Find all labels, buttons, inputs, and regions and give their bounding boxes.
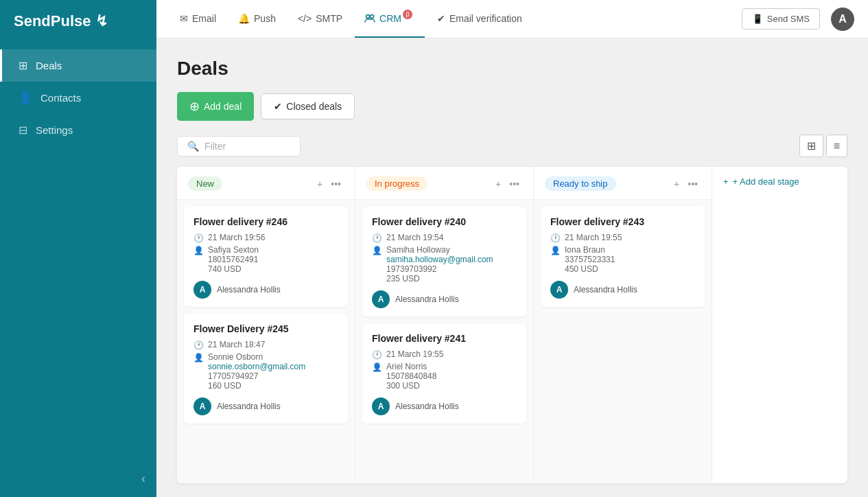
- person-icon: 👤: [550, 246, 561, 255]
- closed-deals-button[interactable]: ✔ Closed deals: [261, 93, 355, 119]
- sidebar: SendPulse ↯ ⊞ Deals 👤 Contacts ⊟ Setting…: [0, 0, 156, 497]
- more-options-ready-button[interactable]: •••: [685, 177, 701, 191]
- sidebar-item-label: Contacts: [40, 92, 81, 104]
- search-icon: 🔍: [187, 141, 199, 152]
- deal-card-246[interactable]: Flower delivery #246 🕐 21 March 19:56 👤 …: [184, 207, 348, 307]
- assignee-name: Alessandra Hollis: [574, 285, 637, 294]
- list-view-button[interactable]: ≡: [826, 135, 847, 157]
- deal-meta: 🕐 21 March 19:55 👤 Ariel Norris 15078840…: [372, 349, 517, 391]
- push-nav-icon: 🔔: [238, 13, 250, 24]
- nav-push[interactable]: 🔔 Push: [228, 0, 285, 38]
- clock-icon: 🕐: [372, 350, 382, 360]
- sidebar-item-deals[interactable]: ⊞ Deals: [0, 49, 156, 82]
- deal-title: Flower delivery #241: [372, 333, 517, 344]
- deal-footer: A Alessandra Hollis: [193, 281, 338, 299]
- column-new-cards: Flower delivery #246 🕐 21 March 19:56 👤 …: [177, 200, 355, 483]
- page-title: Deals: [177, 58, 847, 80]
- column-ready-cards: Flower delivery #243 🕐 21 March 19:55 👤 …: [534, 200, 712, 483]
- svg-point-1: [371, 15, 374, 19]
- page-content: Deals ⊕ Add deal ✔ Closed deals 🔍 Filter…: [156, 38, 868, 497]
- svg-point-0: [366, 15, 370, 19]
- deal-meta: 🕐 21 March 18:47 👤 Sonnie Osborn sonnie.…: [193, 340, 338, 391]
- person-icon: 👤: [193, 353, 204, 362]
- clock-icon: 🕐: [193, 340, 204, 350]
- logo: SendPulse ↯: [0, 0, 156, 43]
- deal-card-240[interactable]: Flower delivery #240 🕐 21 March 19:54 👤 …: [362, 207, 526, 316]
- sidebar-nav: ⊞ Deals 👤 Contacts ⊟ Settings: [0, 49, 156, 461]
- assignee-avatar: A: [372, 290, 390, 308]
- filter-bar: 🔍 Filter ⊞ ≡: [177, 135, 847, 157]
- person-icon: 👤: [372, 246, 382, 255]
- deal-footer: A Alessandra Hollis: [193, 397, 338, 415]
- clock-icon: 🕐: [193, 233, 204, 243]
- deal-meta: 🕐 21 March 19:56 👤 Safiya Sexton 1801576…: [193, 233, 338, 274]
- deal-meta: 🕐 21 March 19:54 👤 Samiha Holloway samih…: [372, 233, 517, 284]
- kanban-view-button[interactable]: ⊞: [799, 135, 823, 157]
- assignee-avatar: A: [372, 397, 390, 415]
- main-content: ✉ Email 🔔 Push </> SMTP CRM β ✔ Email ve: [156, 0, 868, 497]
- send-sms-button[interactable]: 📱 Send SMS: [742, 8, 820, 30]
- plus-icon: ⊕: [189, 99, 200, 114]
- sidebar-item-settings[interactable]: ⊟ Settings: [0, 114, 156, 146]
- add-card-new-button[interactable]: +: [314, 177, 325, 191]
- crm-nav-icon: [364, 12, 375, 24]
- deal-title: Flower delivery #243: [550, 216, 695, 227]
- deal-footer: A Alessandra Hollis: [550, 281, 695, 299]
- column-new-actions: + •••: [314, 177, 344, 191]
- column-inprogress-cards: Flower delivery #240 🕐 21 March 19:54 👤 …: [355, 200, 533, 483]
- stage-badge-new: New: [188, 176, 222, 191]
- stage-badge-ready: Ready to ship: [545, 176, 616, 191]
- crm-badge: β: [403, 10, 412, 19]
- more-options-new-button[interactable]: •••: [328, 177, 344, 191]
- smtp-nav-icon: </>: [298, 13, 312, 24]
- nav-email-verification[interactable]: ✔ Email verification: [427, 0, 532, 38]
- sidebar-item-contacts[interactable]: 👤 Contacts: [0, 82, 156, 114]
- column-header-in-progress: In progress + •••: [355, 167, 533, 200]
- view-toggle: ⊞ ≡: [799, 135, 847, 157]
- deal-card-243[interactable]: Flower delivery #243 🕐 21 March 19:55 👤 …: [541, 207, 705, 307]
- deal-title: Flower delivery #240: [372, 216, 517, 227]
- stage-badge-inprogress: In progress: [366, 176, 427, 191]
- top-navigation: ✉ Email 🔔 Push </> SMTP CRM β ✔ Email ve: [156, 0, 868, 38]
- nav-email[interactable]: ✉ Email: [170, 0, 226, 38]
- deal-title: Flower Delivery #245: [193, 323, 338, 334]
- assignee-avatar: A: [193, 281, 211, 299]
- person-icon: 👤: [193, 246, 204, 255]
- assignee-name: Alessandra Hollis: [395, 294, 459, 304]
- deal-card-241[interactable]: Flower delivery #241 🕐 21 March 19:55 👤 …: [362, 323, 526, 424]
- column-inprogress-actions: + •••: [493, 177, 522, 191]
- contacts-icon: 👤: [19, 91, 32, 104]
- assignee-name: Alessandra Hollis: [395, 402, 459, 411]
- sidebar-item-label: Deals: [36, 60, 62, 71]
- more-options-inprogress-button[interactable]: •••: [506, 177, 522, 191]
- clock-icon: 🕐: [372, 233, 382, 243]
- deal-meta: 🕐 21 March 19:55 👤 Iona Braun 3375752333…: [550, 233, 695, 274]
- assignee-avatar: A: [193, 397, 211, 415]
- deal-card-245[interactable]: Flower Delivery #245 🕐 21 March 18:47 👤 …: [184, 314, 348, 424]
- nav-smtp[interactable]: </> SMTP: [288, 0, 352, 38]
- deal-title: Flower delivery #246: [193, 216, 338, 227]
- add-card-ready-button[interactable]: +: [671, 177, 682, 191]
- toolbar: ⊕ Add deal ✔ Closed deals: [177, 92, 847, 121]
- add-deal-button[interactable]: ⊕ Add deal: [177, 92, 254, 121]
- column-ready-to-ship: Ready to ship + ••• Flower delivery #243…: [534, 167, 712, 483]
- deal-footer: A Alessandra Hollis: [372, 397, 517, 415]
- sms-icon: 📱: [752, 14, 763, 24]
- filter-input[interactable]: 🔍 Filter: [177, 136, 301, 157]
- person-icon: 👤: [372, 362, 382, 372]
- add-stage-column: + + Add deal stage: [712, 167, 836, 483]
- add-deal-stage-button[interactable]: + + Add deal stage: [723, 176, 799, 187]
- column-new: New + ••• Flower delivery #246 🕐 21 Marc…: [177, 167, 355, 483]
- deal-footer: A Alessandra Hollis: [372, 290, 517, 308]
- kanban-board: New + ••• Flower delivery #246 🕐 21 Marc…: [177, 167, 847, 483]
- deals-icon: ⊞: [19, 59, 27, 72]
- nav-crm[interactable]: CRM β: [355, 0, 425, 38]
- sidebar-collapse-button[interactable]: ‹: [0, 461, 156, 497]
- assignee-name: Alessandra Hollis: [217, 285, 281, 294]
- user-avatar[interactable]: A: [831, 8, 854, 31]
- email-nav-icon: ✉: [180, 13, 188, 24]
- add-card-inprogress-button[interactable]: +: [493, 177, 504, 191]
- column-header-ready: Ready to ship + •••: [534, 167, 712, 200]
- column-header-new: New + •••: [177, 167, 355, 200]
- clock-icon: 🕐: [550, 233, 561, 243]
